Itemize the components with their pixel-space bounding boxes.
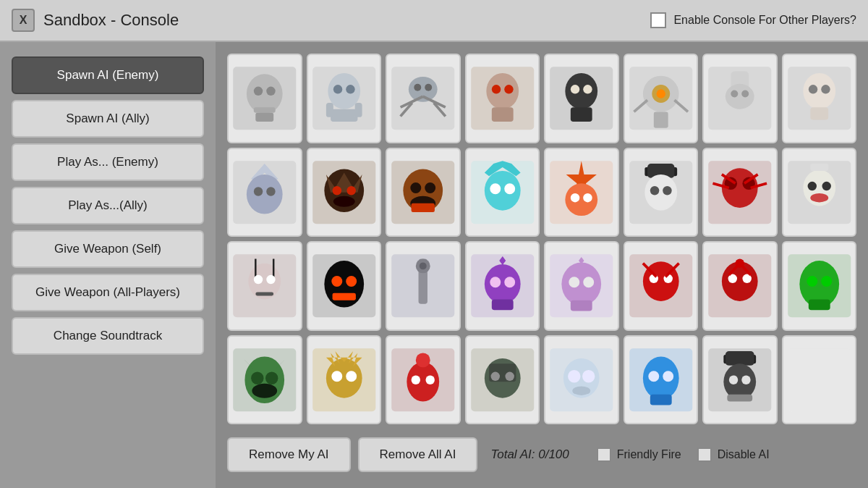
svg-point-41	[731, 91, 738, 98]
svg-rect-122	[571, 300, 592, 311]
ai-cell-22[interactable]	[624, 241, 699, 331]
svg-point-52	[266, 187, 275, 195]
ai-cell-3[interactable]	[386, 54, 461, 143]
svg-point-119	[561, 262, 601, 306]
ai-cell-6[interactable]	[624, 54, 699, 143]
svg-point-139	[821, 276, 832, 287]
ai-cell-14[interactable]	[624, 148, 699, 237]
ai-cell-5[interactable]	[544, 54, 619, 143]
svg-rect-12	[354, 103, 362, 117]
ai-cell-30[interactable]	[624, 335, 699, 425]
ai-cell-17[interactable]	[227, 241, 302, 331]
sidebar-btn-give-weapon-self[interactable]: Give Weapon (Self)	[12, 230, 204, 268]
svg-point-29	[583, 85, 592, 93]
svg-point-69	[504, 183, 515, 194]
friendly-fire-checkbox[interactable]	[597, 447, 611, 462]
svg-rect-25	[491, 107, 513, 122]
close-button[interactable]: X	[12, 9, 35, 32]
ai-cell-7[interactable]	[702, 54, 778, 143]
svg-point-149	[326, 358, 362, 397]
svg-point-16	[425, 84, 432, 91]
svg-point-93	[810, 193, 828, 201]
sidebar-btn-spawn-ally[interactable]: Spawn AI (Ally)	[12, 100, 204, 138]
remove-my-ai-button[interactable]: Remove My AI	[227, 437, 351, 472]
svg-rect-5	[255, 113, 273, 122]
sidebar: Spawn AI (Enemy) Spawn AI (Ally) Play As…	[0, 42, 216, 488]
ai-cell-31[interactable]	[702, 335, 778, 425]
svg-point-132	[742, 274, 751, 283]
ai-cell-8[interactable]	[782, 54, 857, 143]
enable-console-checkbox[interactable]	[650, 12, 666, 28]
svg-point-3	[266, 87, 275, 96]
ai-cell-19[interactable]	[386, 241, 461, 331]
svg-point-34	[656, 89, 665, 98]
svg-point-42	[741, 91, 749, 98]
svg-rect-140	[808, 299, 830, 310]
sidebar-btn-give-weapon-all[interactable]: Give Weapon (All-Players)	[12, 274, 204, 311]
ai-cell-32[interactable]	[782, 335, 857, 425]
svg-point-74	[583, 193, 592, 201]
svg-point-145	[251, 371, 263, 384]
svg-point-51	[254, 187, 263, 195]
ai-cell-29[interactable]	[544, 335, 619, 425]
ai-cell-26[interactable]	[307, 335, 382, 425]
svg-point-151	[346, 371, 357, 382]
svg-rect-10	[331, 109, 357, 122]
svg-point-45	[808, 85, 817, 93]
svg-point-9	[346, 85, 354, 93]
svg-point-7	[328, 73, 360, 109]
sidebar-btn-change-soundtrack[interactable]: Change Soundtrack	[12, 317, 204, 355]
remove-all-ai-button[interactable]: Remove All AI	[358, 437, 478, 472]
ai-cell-21[interactable]	[544, 241, 619, 331]
svg-point-155	[416, 353, 430, 367]
ai-cell-4[interactable]	[465, 54, 540, 143]
svg-point-146	[265, 371, 278, 384]
svg-point-131	[728, 274, 737, 283]
ai-cell-9[interactable]	[227, 148, 302, 237]
ai-cell-15[interactable]	[702, 148, 778, 237]
enable-console-label: Enable Console For Other Players?	[673, 14, 856, 27]
ai-cell-12[interactable]	[465, 148, 540, 237]
svg-rect-106	[332, 293, 355, 300]
svg-point-121	[583, 277, 594, 287]
console-check-area: Enable Console For Other Players?	[650, 12, 856, 28]
svg-point-166	[582, 370, 595, 382]
ai-cell-24[interactable]	[782, 241, 857, 331]
svg-point-91	[807, 181, 816, 190]
svg-point-28	[571, 85, 579, 93]
ai-cell-1[interactable]	[227, 54, 302, 143]
svg-point-176	[723, 363, 756, 400]
svg-point-61	[410, 182, 421, 193]
svg-rect-172	[650, 394, 671, 405]
ai-cell-25[interactable]	[227, 335, 302, 425]
svg-point-171	[663, 371, 673, 382]
svg-point-104	[331, 276, 342, 287]
sidebar-btn-spawn-enemy[interactable]: Spawn AI (Enemy)	[12, 56, 204, 94]
svg-point-62	[425, 182, 435, 193]
ai-cell-16[interactable]	[782, 148, 857, 237]
svg-point-22	[486, 73, 519, 109]
disable-ai-option: Disable AI	[697, 447, 770, 462]
friendly-fire-label: Friendly Fire	[617, 448, 681, 461]
svg-point-178	[741, 375, 750, 384]
svg-rect-180	[788, 348, 851, 411]
svg-point-68	[490, 183, 501, 194]
ai-cell-18[interactable]	[307, 241, 382, 331]
ai-cell-2[interactable]	[307, 54, 382, 143]
disable-ai-checkbox[interactable]	[697, 447, 712, 462]
sidebar-btn-play-enemy[interactable]: Play As... (Enemy)	[12, 143, 204, 181]
sidebar-btn-play-ally[interactable]: Play As...(Ally)	[12, 187, 204, 224]
svg-rect-35	[653, 112, 668, 127]
ai-cell-28[interactable]	[465, 335, 540, 425]
svg-rect-47	[810, 107, 828, 119]
ai-cell-23[interactable]	[702, 241, 778, 331]
ai-cell-11[interactable]	[386, 148, 461, 237]
svg-point-113	[484, 264, 520, 304]
ai-cell-10[interactable]	[307, 148, 382, 237]
titlebar: X Sandbox - Console Enable Console For O…	[0, 0, 868, 42]
svg-point-14	[409, 77, 438, 102]
ai-cell-20[interactable]	[465, 241, 540, 331]
ai-cell-27[interactable]	[386, 335, 461, 425]
svg-point-100	[266, 275, 275, 284]
ai-cell-13[interactable]	[544, 148, 619, 237]
